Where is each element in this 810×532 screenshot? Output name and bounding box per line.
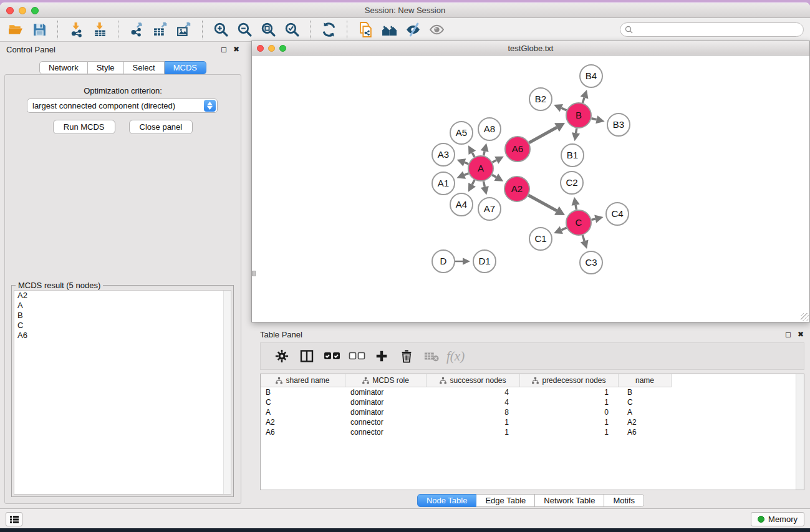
- table-cell[interactable]: 1: [520, 398, 619, 407]
- tab-motifs[interactable]: Motifs: [604, 494, 644, 507]
- result-list-item[interactable]: A: [14, 301, 231, 311]
- network-graph[interactable]: B4B2BB3A5A8A6A3AB1A1A2C2A4A7C4C1CDD1C3: [252, 56, 809, 322]
- table-row[interactable]: A6connector11A6: [261, 427, 796, 437]
- table-cell[interactable]: 4: [427, 398, 520, 407]
- table-cell[interactable]: A2: [261, 418, 345, 427]
- import-table-icon[interactable]: [88, 21, 112, 39]
- table-cell[interactable]: connector: [345, 418, 427, 427]
- table-cell[interactable]: A6: [619, 428, 672, 437]
- graph-edge[interactable]: [493, 160, 497, 162]
- zoom-in-icon[interactable]: [209, 21, 233, 39]
- column-header-name[interactable]: name: [619, 374, 672, 387]
- show-eye-icon[interactable]: [425, 21, 448, 39]
- memory-button[interactable]: Memory: [751, 512, 804, 526]
- graph-edge[interactable]: [561, 228, 566, 230]
- zoom-selected-icon[interactable]: [280, 21, 304, 39]
- table-cell[interactable]: B: [619, 388, 672, 397]
- float-table-panel-icon[interactable]: ◻: [785, 330, 791, 339]
- table-cell[interactable]: A2: [619, 418, 672, 427]
- select-all-icon[interactable]: [319, 345, 344, 367]
- network-canvas[interactable]: B4B2BB3A5A8A6A3AB1A1A2C2A4A7C4C1CDD1C3: [252, 56, 809, 322]
- mcds-result-list[interactable]: A2ABCA6: [14, 290, 231, 495]
- delete-icon[interactable]: [394, 345, 419, 367]
- graph-edge[interactable]: [484, 151, 485, 155]
- graph-edge[interactable]: [483, 181, 485, 187]
- table-cell[interactable]: B: [261, 388, 345, 397]
- table-cell[interactable]: connector: [345, 428, 427, 437]
- tab-mcds[interactable]: MCDS: [165, 61, 206, 74]
- table-row[interactable]: Adominator80A: [261, 407, 796, 417]
- graph-edge[interactable]: [576, 128, 577, 133]
- hide-details-icon[interactable]: [401, 21, 425, 39]
- graph-edge[interactable]: [561, 108, 566, 110]
- deselect-all-icon[interactable]: [344, 345, 369, 367]
- table-cell[interactable]: 1: [427, 418, 520, 427]
- splitter-handle[interactable]: [252, 271, 256, 276]
- table-cell[interactable]: A: [261, 408, 345, 417]
- table-cell[interactable]: dominator: [345, 408, 427, 417]
- close-panel-icon[interactable]: ✖: [233, 45, 239, 54]
- table-cell[interactable]: 1: [520, 428, 619, 437]
- column-header-predecessor-nodes[interactable]: predecessor nodes: [520, 374, 619, 387]
- resize-grip[interactable]: [801, 313, 809, 321]
- table-cell[interactable]: C: [619, 398, 672, 407]
- show-columns-icon[interactable]: [294, 345, 319, 367]
- close-panel-button[interactable]: Close panel: [129, 120, 193, 134]
- graph-edge[interactable]: [529, 127, 557, 143]
- function-builder-icon[interactable]: f(x): [444, 345, 465, 367]
- export-network-icon[interactable]: [125, 21, 148, 39]
- graph-edge[interactable]: [472, 153, 475, 157]
- table-cell[interactable]: dominator: [345, 398, 427, 407]
- tab-network[interactable]: Network: [39, 61, 88, 74]
- result-list-item[interactable]: B: [14, 311, 231, 321]
- column-header-shared-name[interactable]: shared name: [261, 374, 345, 387]
- table-cell[interactable]: A6: [261, 428, 345, 437]
- criterion-select[interactable]: largest connected component (directed): [27, 99, 218, 113]
- result-scrollbar[interactable]: [223, 291, 231, 494]
- graph-edge[interactable]: [465, 173, 469, 175]
- result-list-item[interactable]: A6: [14, 331, 231, 341]
- result-list-item[interactable]: C: [14, 321, 231, 331]
- export-table-icon[interactable]: [148, 21, 172, 39]
- table-cell[interactable]: C: [261, 398, 345, 407]
- run-mcds-button[interactable]: Run MCDS: [53, 120, 115, 134]
- export-image-icon[interactable]: [172, 21, 196, 39]
- table-cell[interactable]: 4: [427, 388, 520, 397]
- table-cell[interactable]: 1: [520, 418, 619, 427]
- graph-edge[interactable]: [591, 118, 596, 120]
- tab-network-table[interactable]: Network Table: [535, 494, 604, 507]
- task-history-button[interactable]: [6, 512, 22, 526]
- table-cell[interactable]: dominator: [345, 388, 427, 397]
- graph-edge[interactable]: [465, 162, 468, 163]
- import-network-icon[interactable]: [64, 21, 88, 39]
- apply-layout-icon[interactable]: [317, 21, 340, 39]
- table-row[interactable]: A2connector11A2: [261, 417, 796, 427]
- delete-table-icon[interactable]: [419, 345, 444, 367]
- graph-edge[interactable]: [528, 195, 556, 211]
- add-column-icon[interactable]: [369, 345, 394, 367]
- tab-node-table[interactable]: Node Table: [417, 494, 477, 507]
- table-cell[interactable]: 0: [520, 408, 619, 417]
- table-cell[interactable]: 1: [520, 388, 619, 397]
- tab-select[interactable]: Select: [124, 61, 165, 74]
- table-row[interactable]: Bdominator41B: [261, 387, 796, 397]
- search-input[interactable]: [633, 23, 803, 36]
- column-header-MCDS-role[interactable]: MCDS role: [345, 374, 427, 387]
- table-cell[interactable]: 1: [427, 428, 520, 437]
- open-file-icon[interactable]: [4, 21, 27, 39]
- tab-edge-table[interactable]: Edge Table: [476, 494, 535, 507]
- float-panel-icon[interactable]: ◻: [221, 45, 227, 54]
- graph-edge[interactable]: [582, 98, 584, 103]
- table-cell[interactable]: 8: [427, 408, 520, 417]
- save-session-icon[interactable]: [27, 21, 51, 39]
- settings-gear-icon[interactable]: [269, 345, 294, 367]
- fit-content-icon[interactable]: [256, 21, 280, 39]
- column-header-successor-nodes[interactable]: successor nodes: [427, 374, 520, 387]
- tab-style[interactable]: Style: [88, 61, 124, 74]
- graph-edge[interactable]: [492, 175, 496, 177]
- graph-edge[interactable]: [591, 219, 595, 220]
- result-list-item[interactable]: A2: [14, 291, 231, 301]
- graph-edge[interactable]: [472, 180, 475, 185]
- table-scrollbar[interactable]: [796, 374, 804, 490]
- home-icon[interactable]: [377, 21, 401, 39]
